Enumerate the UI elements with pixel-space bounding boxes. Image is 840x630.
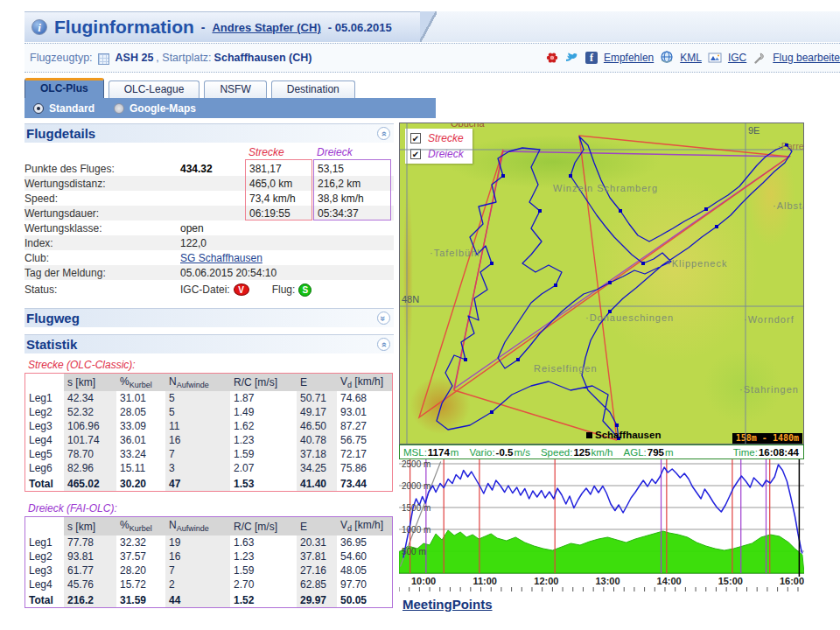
flight-date: - 05.06.2015 xyxy=(328,21,392,34)
telemetry-item: MSL:1174m xyxy=(403,447,458,458)
table-cell: 2 xyxy=(165,578,230,592)
table-cell: 50.05 xyxy=(337,592,392,607)
table-row: Leg3106.9633.09111.6246.5087.27 xyxy=(25,419,392,433)
telemetry-bar: MSL:1174mVario:-0.5m/sSpeed:125km/hAGL:7… xyxy=(399,444,804,459)
table-cell: 465.02 xyxy=(64,475,116,491)
radio-standard-control[interactable] xyxy=(33,103,44,114)
edit-flight-link[interactable]: Flug bearbeite xyxy=(773,52,840,64)
detail-strecke-value: 465,0 km xyxy=(245,178,313,190)
stats-table: s [km]%KurbelNAufwindeR/C [m/s]EVd [km/h… xyxy=(25,374,392,491)
detail-strecke-value: 06:19:55 xyxy=(245,207,313,220)
table-cell: 50.71 xyxy=(297,391,337,405)
meetingpoints-link[interactable]: MeetingPoints xyxy=(402,597,493,612)
table-cell: 101.74 xyxy=(64,433,116,447)
table-cell: 61.77 xyxy=(64,564,116,578)
detail-value[interactable]: SG Schaffhausen xyxy=(180,252,262,264)
info-icon: i xyxy=(32,19,47,35)
detail-value: 05.06.2015 20:54:10 xyxy=(180,267,276,279)
detail-row: Club:SG Schaffhausen xyxy=(24,250,394,265)
table-cell: 77.78 xyxy=(64,536,116,550)
stats-header-cell: s [km] xyxy=(64,374,116,391)
collapse-statistik-icon[interactable]: » xyxy=(377,338,390,351)
table-cell: 106.96 xyxy=(64,419,116,433)
table-cell: Leg4 xyxy=(25,578,64,592)
stats-table: s [km]%KurbelNAufwindeR/C [m/s]EVd [km/h… xyxy=(25,517,392,606)
svg-text:14:00: 14:00 xyxy=(657,576,682,586)
barogram[interactable]: 500 m1000 m1500 m2000 m2500 m10:0011:001… xyxy=(399,459,804,592)
strecke-task-line xyxy=(419,136,789,440)
wrench-icon[interactable] xyxy=(752,51,766,65)
tab-olc-plus[interactable]: OLC-Plus xyxy=(24,78,104,98)
telemetry-label: Speed: xyxy=(541,447,572,458)
flugweg-heading: Flugweg xyxy=(26,311,80,326)
kml-globe-icon[interactable] xyxy=(660,51,674,65)
telemetry-label: Time: xyxy=(733,447,758,458)
status-row: Status: IGC-Datei: V Flug: S xyxy=(24,280,394,299)
table-cell: 37.57 xyxy=(116,550,165,564)
svg-text:2500 m: 2500 m xyxy=(402,459,430,469)
map-view-switch: Standard Google-Maps xyxy=(24,98,436,118)
table-cell: 1.23 xyxy=(230,550,297,564)
table-row: Leg578.7033.2471.5937.1872.17 xyxy=(25,447,392,461)
radio-google-maps-control[interactable] xyxy=(114,103,124,114)
table-cell: 5 xyxy=(165,391,230,405)
details-column-headers: Strecke Dreieck xyxy=(24,146,394,161)
stats-header-cell: R/C [m/s] xyxy=(230,374,297,391)
detail-dreieck-value: 05:34:37 xyxy=(313,207,390,220)
terrain-series xyxy=(399,530,804,573)
flight-meta-bar: Flugzeugtyp: ASH 25 , Startplatz: Schaff… xyxy=(24,43,840,73)
table-cell: 27.16 xyxy=(297,564,337,578)
stats-body: Leg142.3431.0151.8750.7174.68Leg252.3228… xyxy=(25,391,392,491)
empfehlen-link[interactable]: Empfehlen xyxy=(604,52,654,64)
igc-file-label: IGC-Datei: xyxy=(180,284,230,296)
pilot-link[interactable]: Andres Stapfer (CH) xyxy=(212,21,320,34)
table-cell: 2.70 xyxy=(230,578,297,592)
map-label: ·Klippeneck xyxy=(668,258,727,269)
facebook-icon[interactable]: f xyxy=(585,52,598,64)
stats-corner-cell xyxy=(25,517,64,535)
kml-link[interactable]: KML xyxy=(680,52,702,64)
radio-standard-label: Standard xyxy=(49,102,94,115)
stats-head: s [km]%KurbelNAufwindeR/C [m/s]EVd [km/h… xyxy=(25,517,392,535)
tab-olc-league[interactable]: OLC-League xyxy=(108,80,200,98)
expand-flugweg-icon[interactable]: » xyxy=(377,312,390,325)
svg-text:11:00: 11:00 xyxy=(472,576,497,586)
section-flugdetails: Flugdetails » xyxy=(24,123,394,143)
radio-google-maps[interactable]: Google-Maps xyxy=(114,102,196,115)
igc-link[interactable]: IGC xyxy=(728,52,746,64)
detail-label: Tag der Meldung: xyxy=(24,267,180,279)
collapse-flugdetails-icon[interactable]: » xyxy=(377,127,390,140)
table-cell: Leg3 xyxy=(25,564,64,578)
detail-label: Punkte des Fluges: xyxy=(24,163,180,175)
schaffhausen-marker xyxy=(586,432,592,438)
table-cell: 2.07 xyxy=(230,461,297,475)
svg-text:1500 m: 1500 m xyxy=(402,503,430,513)
flower-icon[interactable] xyxy=(545,51,559,65)
table-cell: 34.25 xyxy=(297,461,337,475)
table-row: Total465.0230.20471.5341.4073.44 xyxy=(25,475,392,491)
svg-text:16:00: 16:00 xyxy=(780,576,804,586)
table-row: Leg361.7728.2071.5927.1648.05 xyxy=(25,564,392,578)
table-cell: 30.20 xyxy=(116,475,165,491)
table-cell: 28.05 xyxy=(116,405,165,419)
tab-bar: OLC-Plus OLC-League NSFW Destination xyxy=(24,78,360,98)
tab-nsfw[interactable]: NSFW xyxy=(204,80,266,98)
map-label: Winzeln Schramberg xyxy=(553,183,658,193)
detail-label: Wertungsdistanz: xyxy=(24,178,180,190)
map-label: 48N xyxy=(402,294,419,304)
telemetry-value: 16:08:44 xyxy=(759,447,799,458)
flug-label: Flug: xyxy=(272,284,296,296)
flight-map[interactable]: ✔ Strecke ✔ Dreieck 158m - 1480m 9E48NOb… xyxy=(399,122,804,444)
radio-standard[interactable]: Standard xyxy=(33,102,94,115)
detail-dreieck-value: 216,2 km xyxy=(313,178,390,190)
detail-row: Wertungsdauer:06:19:5505:34:37 xyxy=(24,206,394,220)
aircraft-type-icon xyxy=(98,53,109,65)
twitter-icon[interactable] xyxy=(565,51,579,65)
detail-dreieck-value: 53,15 xyxy=(313,163,390,175)
table-cell: 93.01 xyxy=(337,405,392,419)
table-row: Leg445.7615.7222.7062.8597.70 xyxy=(25,578,392,592)
igc-file-icon[interactable] xyxy=(708,51,722,65)
table-cell: 1.62 xyxy=(230,419,297,433)
tab-destination[interactable]: Destination xyxy=(271,80,355,98)
table-cell: 75.86 xyxy=(337,461,392,475)
